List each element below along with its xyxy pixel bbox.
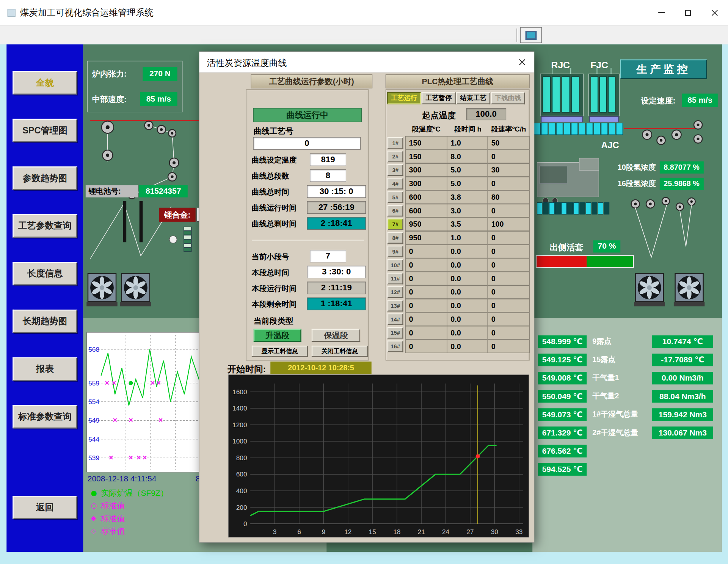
field-value[interactable]: 819 — [310, 154, 346, 166]
close-material-button[interactable]: 关闭工料信息 — [312, 346, 368, 357]
segment-select-button[interactable]: 10# — [388, 259, 403, 271]
segment-select-button[interactable]: 7# — [388, 218, 403, 230]
plc-button-1[interactable]: 工艺运行 — [387, 92, 421, 104]
sidebar-item-7[interactable]: 报表 — [13, 357, 77, 381]
segment-select-button[interactable]: 13# — [388, 300, 403, 312]
sidebar-item-2[interactable]: SPC管理图 — [13, 119, 77, 142]
segment-rate-cell[interactable]: 0 — [488, 150, 530, 163]
segment-rate-cell[interactable]: 100 — [488, 218, 530, 231]
segment-rate-cell[interactable]: 0 — [488, 231, 530, 245]
segment-rate-cell[interactable]: 50 — [488, 136, 530, 150]
segment-temp-cell[interactable]: 0 — [405, 326, 447, 340]
segment-time-cell[interactable]: 1.0 — [447, 231, 488, 245]
segment-temp-cell[interactable]: 0 — [405, 312, 447, 326]
segment-time-cell[interactable]: 0.0 — [447, 285, 488, 299]
segment-select-button[interactable]: 9# — [388, 246, 403, 257]
segment-time-cell[interactable]: 5.0 — [447, 177, 488, 190]
process-no-input[interactable]: 0 — [253, 137, 361, 150]
maximize-button[interactable] — [675, 0, 701, 25]
segment-time-cell[interactable]: 0.0 — [447, 258, 488, 272]
dialog-close-button[interactable] — [515, 55, 529, 69]
segment-time-cell[interactable]: 3.5 — [447, 218, 488, 231]
hold-segment-button[interactable]: 保温段 — [312, 329, 360, 342]
segment-select-button[interactable]: 14# — [388, 313, 403, 325]
segment-temp-cell[interactable]: 0 — [405, 258, 447, 272]
field-value[interactable]: 30 :15: 0 — [307, 185, 366, 198]
segment-temp-cell[interactable]: 0 — [405, 285, 447, 299]
segment-temp-cell[interactable]: 0 — [405, 340, 447, 353]
segment-temp-cell[interactable]: 150 — [405, 150, 447, 163]
sidebar-item-3[interactable]: 参数趋势图 — [13, 166, 77, 190]
segment-temp-cell[interactable]: 950 — [405, 218, 447, 231]
segment-rate-cell[interactable]: 80 — [488, 190, 530, 204]
segment-temp-cell[interactable]: 150 — [405, 136, 447, 150]
plc-button-2[interactable]: 工艺暂停 — [422, 92, 456, 104]
segment-rate-cell[interactable]: 0 — [488, 312, 530, 326]
segment-time-cell[interactable]: 0.0 — [447, 272, 488, 285]
segment-temp-cell[interactable]: 0 — [405, 299, 447, 312]
segment-rate-cell[interactable]: 0 — [488, 285, 530, 299]
segment-time-cell[interactable]: 1.0 — [447, 136, 488, 150]
plc-column-header: 段时间 h — [447, 125, 489, 133]
heat-segment-button[interactable]: 升温段 — [254, 329, 301, 342]
sidebar-item-8[interactable]: 标准参数查询 — [13, 405, 77, 429]
field-value[interactable]: 8 — [310, 169, 346, 182]
segment-select-button[interactable]: 1# — [388, 137, 403, 149]
segment-time-cell[interactable]: 8.0 — [447, 150, 488, 163]
minimize-button[interactable] — [648, 0, 675, 25]
segment-rate-cell[interactable]: 0 — [488, 340, 530, 353]
segment-time-cell[interactable]: 0.0 — [447, 326, 488, 340]
segment-rate-cell[interactable]: 0 — [488, 204, 530, 218]
svg-text:0: 0 — [243, 520, 247, 528]
segment-select-button[interactable]: 15# — [388, 327, 403, 339]
segment-select-button[interactable]: 16# — [388, 340, 403, 352]
segment-rate-cell[interactable]: 0 — [488, 177, 530, 190]
field-value[interactable]: 3 :30: 0 — [307, 266, 366, 278]
segment-temp-cell[interactable]: 0 — [405, 244, 447, 258]
segment-rate-cell[interactable]: 0 — [488, 258, 530, 272]
segment-rate-cell[interactable]: 30 — [488, 163, 530, 177]
field-value[interactable]: 7 — [310, 250, 346, 262]
segment-temp-cell[interactable]: 300 — [405, 177, 447, 190]
segment-temp-cell[interactable]: 950 — [405, 231, 447, 245]
segment-rate-cell[interactable]: 0 — [488, 272, 530, 285]
maximize-icon — [685, 9, 691, 16]
toolbar-display-button[interactable] — [520, 27, 542, 43]
reading-row: 549.073 ℃1#干湿气总量159.942 Nm3 — [538, 408, 713, 421]
segment-select-button[interactable]: 4# — [388, 178, 403, 190]
segment-temp-cell[interactable]: 300 — [405, 163, 447, 177]
temperature-display: 549.008 ℃ — [538, 372, 587, 384]
segment-rate-cell[interactable]: 0 — [488, 326, 530, 340]
svg-text:400: 400 — [236, 487, 247, 495]
close-button[interactable] — [701, 0, 728, 25]
sidebar-item-6[interactable]: 长期趋势图 — [13, 310, 77, 333]
segment-time-cell[interactable]: 3.0 — [447, 204, 488, 218]
segment-time-cell[interactable]: 5.0 — [447, 163, 488, 177]
segment-time-cell[interactable]: 0.0 — [447, 312, 488, 326]
segment-rate-cell[interactable]: 0 — [488, 299, 530, 312]
sidebar-item-5[interactable]: 长度信息 — [13, 262, 77, 285]
segment-rate-cell[interactable]: 0 — [488, 244, 530, 258]
segment-time-cell[interactable]: 0.0 — [447, 340, 488, 353]
segment-select-button[interactable]: 3# — [388, 164, 403, 176]
segment-select-button[interactable]: 6# — [388, 205, 403, 216]
segment-time-cell[interactable]: 3.8 — [447, 190, 488, 204]
segment-time-cell[interactable]: 0.0 — [447, 299, 488, 312]
show-material-button[interactable]: 显示工料信息 — [252, 346, 308, 357]
segment-select-button[interactable]: 11# — [388, 273, 403, 284]
sidebar-item-1[interactable]: 全貌 — [13, 71, 77, 95]
segment-select-button[interactable]: 2# — [388, 150, 403, 162]
plc-button-3[interactable]: 结束工艺 — [456, 92, 490, 104]
segment-temp-cell[interactable]: 600 — [405, 190, 447, 204]
production-monitor-button[interactable]: 生产监控 — [620, 60, 707, 79]
segment-select-button[interactable]: 5# — [388, 191, 403, 203]
svg-text:544: 544 — [88, 436, 99, 443]
reading-row: 671.329 ℃2#干湿气总量130.067 Nm3 — [538, 426, 713, 439]
sidebar-item-9[interactable]: 返回 — [13, 496, 77, 519]
sidebar-item-4[interactable]: 工艺参数查询 — [13, 214, 77, 238]
segment-temp-cell[interactable]: 600 — [405, 204, 447, 218]
segment-select-button[interactable]: 8# — [388, 232, 403, 244]
segment-time-cell[interactable]: 0.0 — [447, 244, 488, 258]
segment-select-button[interactable]: 12# — [388, 286, 403, 298]
segment-temp-cell[interactable]: 0 — [405, 272, 447, 285]
